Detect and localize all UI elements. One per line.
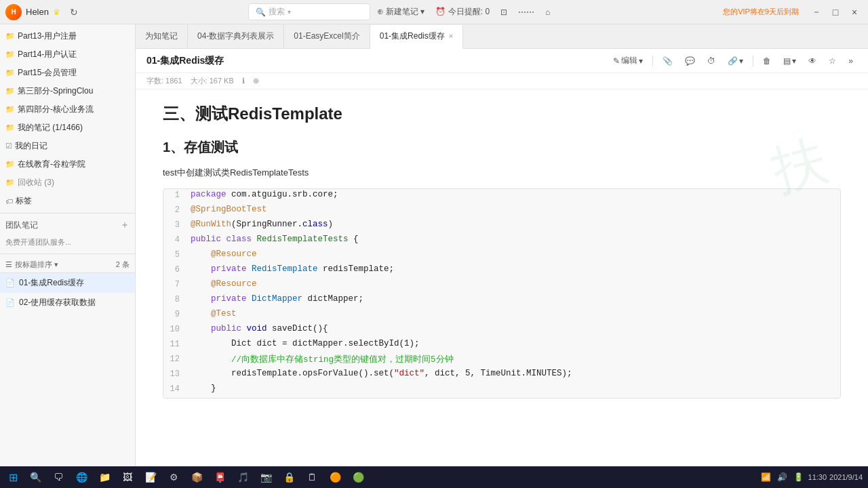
folder-icon: 📁: [5, 105, 15, 114]
refresh-icon[interactable]: ↻: [70, 7, 78, 18]
star-btn[interactable]: ☆: [825, 54, 840, 68]
tabs-bar: 为知笔记 04-数据字典列表展示 01-EasyExcel简介 01-集成Red…: [136, 24, 868, 49]
title-bar-left: H Helen ♛ ↻: [5, 4, 78, 20]
note-title: 01-集成Redis缓存: [146, 55, 224, 67]
sort-label[interactable]: 按标题排序 ▾: [15, 260, 58, 270]
content-area: 为知笔记 04-数据字典列表展示 01-EasyExcel简介 01-集成Red…: [136, 24, 868, 466]
taskbar-wifi[interactable]: 📶: [760, 470, 773, 484]
taskbar-volume[interactable]: 🔊: [776, 470, 789, 484]
delete-btn[interactable]: 🗑: [759, 54, 775, 68]
sidebar-item-label: 我的日记: [15, 140, 47, 152]
taskbar: ⊞ 🔍 🗨 🌐 📁 🖼 📝 ⚙ 📦 📮 🎵 📷 🔒 🗒 🟠 🟢 📶 🔊 🔋 11…: [0, 466, 868, 488]
taskbar-notepad[interactable]: 📝: [140, 468, 161, 487]
team-section-label: 团队笔记: [5, 220, 38, 231]
maximize-btn[interactable]: □: [827, 4, 844, 20]
taskbar-app2[interactable]: 🟢: [347, 468, 369, 487]
clock-icon: ⏱: [707, 56, 715, 66]
new-note-btn[interactable]: ⊕ 新建笔记 ▾: [374, 5, 428, 19]
taskbar-app1[interactable]: 🟠: [324, 468, 346, 487]
toolbar-separator: [652, 56, 653, 66]
sidebar-item-tags[interactable]: 🏷 标签: [0, 192, 135, 210]
sidebar-item-label: 第四部分-核心业务流: [18, 104, 94, 115]
code-line-8: 8 private DictMapper dictMapper;: [163, 293, 840, 308]
taskbar-memo[interactable]: 🗒: [301, 468, 323, 487]
search-bar[interactable]: 🔍 搜索 ▾: [248, 3, 370, 20]
title-bar-center: 🔍 搜索 ▾ ⊕ 新建笔记 ▾ ⏰ 今日提醒: 0 ⊡ ⋯⋯ ⌂: [78, 3, 723, 20]
sidebar-divider: [0, 213, 135, 214]
view-btn[interactable]: 👁: [804, 54, 821, 68]
taskbar-camera[interactable]: 📷: [255, 468, 277, 487]
edit-icon: ✎: [613, 56, 620, 66]
edit-btn[interactable]: ✎ 编辑 ▾: [609, 53, 647, 68]
minimize-btn[interactable]: －: [808, 4, 825, 20]
taskbar-files[interactable]: 📁: [94, 468, 115, 487]
comment-btn[interactable]: 💬: [681, 54, 699, 68]
sidebar-item-part14[interactable]: 📁 Part14-用户认证: [0, 45, 135, 64]
toolbar-separator2: [753, 56, 753, 66]
taskbar-photos[interactable]: 🖼: [117, 468, 138, 487]
sidebar-item-mynotes[interactable]: 📁 我的笔记 (1/1466): [0, 119, 135, 137]
sidebar-item-label: Part15-会员管理: [18, 67, 77, 79]
username-label: Helen: [26, 7, 49, 17]
taskbar-browser[interactable]: 🌐: [71, 468, 92, 487]
chevron-icon: ▾: [639, 56, 643, 66]
taskbar-battery[interactable]: 🔋: [792, 470, 806, 484]
sidebar-item-free-team[interactable]: 免费开通团队服务...: [0, 234, 135, 251]
tab-close-icon[interactable]: ×: [449, 32, 453, 40]
code-block: 1 package com.atguigu.srb.core; 2 @Sprin…: [163, 188, 841, 399]
sidebar-item-label: 我的笔记 (1/1466): [18, 122, 83, 134]
folder-icon: 📁: [5, 50, 15, 59]
sidebar-item-springcloud[interactable]: 📁 第三部分-SpringClou: [0, 82, 135, 100]
share-btn[interactable]: 🔗 ▾: [724, 54, 747, 68]
folder-icon: 📁: [5, 123, 15, 132]
taskbar-search[interactable]: 🔍: [24, 468, 46, 487]
code-line-3: 3 @RunWith(SpringRunner.class): [163, 219, 840, 234]
tab-label: 01-EasyExcel简介: [294, 30, 359, 42]
sidebar-item-label: Part13-用户注册: [18, 30, 77, 42]
code-line-12: 12 //向数据库中存储string类型的键值对，过期时间5分钟: [163, 353, 840, 368]
note-item-redis[interactable]: 📄 01-集成Redis缓存: [0, 273, 135, 293]
folder-icon: 📁: [5, 68, 15, 77]
note-item-cache[interactable]: 📄 02-使用缓存获取数据: [0, 293, 135, 312]
sidebar-item-core[interactable]: 📁 第四部分-核心业务流: [0, 100, 135, 119]
more-btn[interactable]: »: [844, 54, 857, 68]
add-team-btn[interactable]: ＋: [120, 219, 130, 231]
clock-btn[interactable]: ⏱: [703, 54, 719, 68]
screenshot-btn[interactable]: ⊡: [498, 6, 510, 18]
folder-icon: 📁: [5, 87, 15, 96]
attach-btn[interactable]: 📎: [658, 54, 677, 68]
taskbar-security[interactable]: 🔒: [278, 468, 300, 487]
taskbar-chat[interactable]: 🗨: [47, 468, 69, 487]
tab-label: 01-集成Redis缓存: [380, 30, 445, 42]
sidebar-item-part15[interactable]: 📁 Part15-会员管理: [0, 64, 135, 82]
start-btn[interactable]: ⊞: [3, 468, 23, 487]
sidebar-item-edu[interactable]: 📁 在线教育-谷粒学院: [0, 155, 135, 174]
sidebar-list: 📁 Part13-用户注册 📁 Part14-用户认证 📁 Part15-会员管…: [0, 24, 135, 466]
file-size: 大小: 167 KB: [191, 76, 234, 86]
reminder-btn[interactable]: ⏰ 今日提醒: 0: [433, 5, 492, 19]
diary-icon: ☑: [5, 142, 12, 150]
tab-wiznote[interactable]: 为知笔记: [136, 24, 188, 48]
layout-btn[interactable]: ⋯⋯: [515, 6, 537, 18]
taskbar-settings[interactable]: ⚙: [163, 468, 184, 487]
taskbar-music[interactable]: 🎵: [232, 468, 254, 487]
layout-btn[interactable]: ▤ ▾: [779, 54, 800, 68]
taskbar-time: 11:30: [808, 473, 827, 481]
home-btn[interactable]: ⌂: [542, 6, 553, 18]
taskbar-mail[interactable]: 📮: [209, 468, 231, 487]
add-meta-btn[interactable]: ⊕: [253, 77, 259, 85]
folder-icon: 📁: [5, 32, 15, 41]
sidebar-item-part13[interactable]: 📁 Part13-用户注册: [0, 27, 135, 45]
sidebar-item-diary[interactable]: ☑ 我的日记: [0, 137, 135, 155]
share-icon: 🔗: [728, 56, 738, 66]
code-line-10: 10 public void saveDict(){: [163, 323, 840, 338]
close-btn[interactable]: ×: [846, 4, 863, 20]
sidebar-item-trash[interactable]: 📁 回收站 (3): [0, 174, 135, 192]
taskbar-package[interactable]: 📦: [186, 468, 208, 487]
tab-redis-active[interactable]: 01-集成Redis缓存 ×: [370, 25, 463, 49]
delete-icon: 🗑: [763, 56, 771, 66]
code-line-1: 1 package com.atguigu.srb.core;: [163, 189, 840, 204]
tab-easyexcel[interactable]: 01-EasyExcel简介: [284, 24, 370, 48]
tab-datadict[interactable]: 04-数据字典列表展示: [188, 24, 284, 48]
sidebar-item-label: 第三部分-SpringClou: [18, 85, 93, 97]
